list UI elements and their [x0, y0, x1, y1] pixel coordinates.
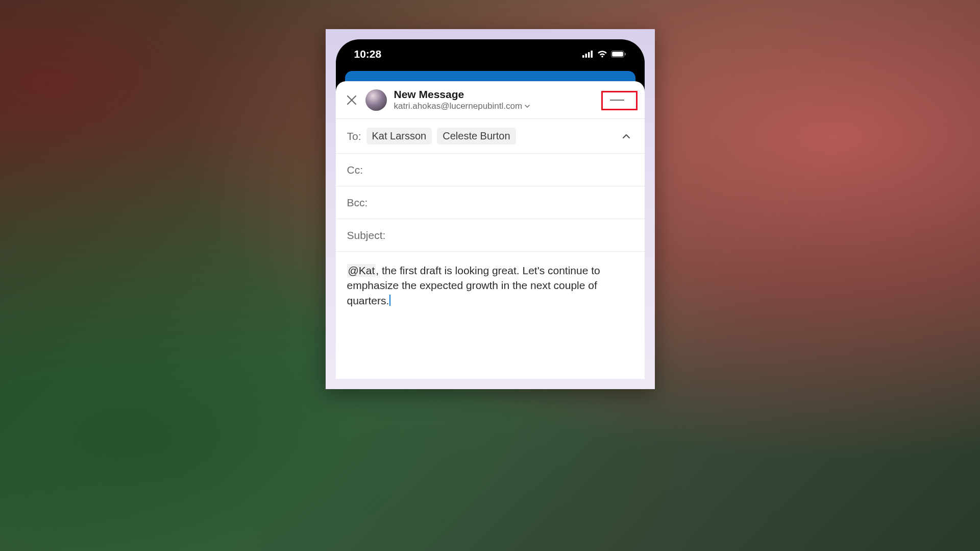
close-icon: [346, 94, 357, 106]
message-body[interactable]: @Kat, the first draft is looking great. …: [336, 252, 645, 319]
body-text: , the first draft is looking great. Let'…: [347, 265, 600, 306]
compose-header: New Message katri.ahokas@lucernepubintl.…: [336, 81, 645, 119]
minimize-icon: [610, 100, 624, 101]
svg-rect-0: [582, 55, 584, 58]
status-icons: [582, 51, 626, 58]
compose-sheet: New Message katri.ahokas@lucernepubintl.…: [336, 81, 645, 379]
compose-title: New Message: [394, 88, 593, 101]
text-cursor: [389, 295, 390, 306]
svg-rect-1: [585, 54, 587, 58]
cc-field-row[interactable]: Cc:: [336, 154, 645, 186]
cellular-icon: [582, 51, 594, 58]
recipient-chip[interactable]: Celeste Burton: [437, 128, 516, 145]
svg-rect-3: [591, 51, 593, 58]
svg-rect-6: [625, 53, 626, 56]
mention-chip[interactable]: @Kat: [347, 264, 376, 277]
chevron-up-icon: [621, 131, 631, 141]
sender-email: katri.ahokas@lucernepubintl.com: [394, 101, 523, 111]
recipient-chip[interactable]: Kat Larsson: [366, 128, 432, 145]
svg-rect-2: [588, 52, 590, 58]
minimize-button[interactable]: [600, 91, 634, 109]
subject-label: Subject:: [347, 229, 386, 242]
sender-account-selector[interactable]: katri.ahokas@lucernepubintl.com: [394, 101, 593, 111]
header-texts: New Message katri.ahokas@lucernepubintl.…: [394, 88, 593, 111]
battery-icon: [611, 51, 626, 58]
wifi-icon: [597, 51, 607, 58]
subject-field-row[interactable]: Subject:: [336, 219, 645, 252]
to-field-row[interactable]: To: Kat Larsson Celeste Burton: [336, 119, 645, 154]
bcc-field-row[interactable]: Bcc:: [336, 186, 645, 219]
chevron-down-icon: [524, 103, 530, 109]
phone-frame: 10:28: [336, 39, 645, 379]
svg-rect-5: [612, 52, 623, 57]
close-button[interactable]: [345, 93, 358, 107]
cc-label: Cc:: [347, 164, 363, 176]
bcc-label: Bcc:: [347, 197, 368, 209]
status-bar: 10:28: [336, 39, 645, 69]
collapse-recipients-button[interactable]: [619, 129, 633, 143]
sender-avatar[interactable]: [365, 89, 387, 111]
to-label: To:: [347, 130, 361, 142]
screenshot-frame: 10:28: [326, 29, 655, 389]
status-time: 10:28: [354, 48, 382, 60]
